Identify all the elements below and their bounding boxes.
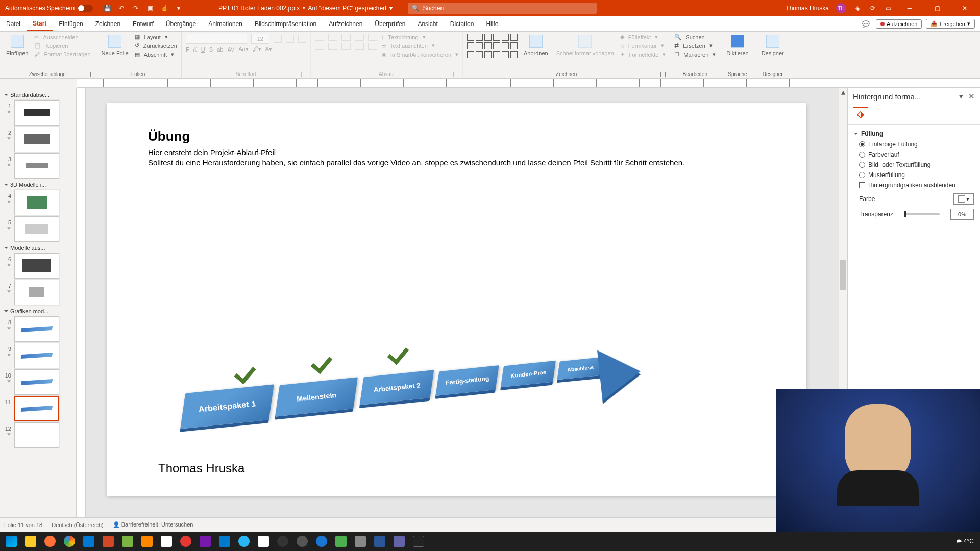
tab-einfuegen[interactable]: Einfügen — [53, 16, 89, 31]
slide-thumbnail[interactable] — [14, 100, 59, 126]
tab-uebergaenge[interactable]: Übergänge — [160, 16, 202, 31]
format-painter-button[interactable]: 🖌 Format übertragen — [34, 51, 90, 57]
search-input[interactable] — [423, 5, 593, 12]
slide-text-2[interactable]: Solltest du eine Herausforderung haben, … — [148, 158, 684, 167]
document-title[interactable]: PPT 01 Roter Faden 002.pptx • Auf "diese… — [218, 5, 393, 12]
select-button[interactable]: ☐ Markieren ▾ — [674, 51, 716, 58]
taskbar-app[interactable] — [409, 533, 428, 549]
text-direction-button[interactable]: ↕ Textrichtung ▾ — [381, 34, 458, 40]
share-button[interactable]: 📤Freigeben▾ — [926, 19, 975, 29]
undo-icon[interactable]: ↶ — [117, 4, 126, 12]
slide-text-1[interactable]: Hier entsteht dein Projekt-Ablauf-Pfeil — [148, 148, 276, 157]
fill-pattern-radio[interactable]: Musterfüllung — [854, 170, 974, 180]
reset-button[interactable]: ↺ Zurücksetzen — [135, 42, 177, 49]
italic-button[interactable]: K — [193, 46, 197, 53]
quickstyles-button[interactable]: Schnellformat-vorlagen — [554, 34, 616, 57]
taskbar-app[interactable] — [312, 533, 331, 549]
clear-format-icon[interactable] — [298, 35, 306, 43]
designer-button[interactable]: Designer — [760, 34, 786, 57]
transparency-value[interactable]: 0% — [950, 209, 974, 220]
taskbar-app[interactable] — [157, 533, 176, 549]
maximize-button[interactable]: ▢ — [927, 0, 947, 16]
dialog-launcher-icon[interactable] — [301, 72, 306, 77]
tab-bildschirmpraesentation[interactable]: Bildschirmpräsentation — [249, 16, 323, 31]
shape-outline-button[interactable]: ◇ Formkontur ▾ — [620, 42, 666, 49]
taskbar-outlook[interactable] — [80, 533, 98, 549]
section-header[interactable]: 3D Modelle i... — [3, 180, 73, 189]
taskbar-app[interactable] — [177, 533, 195, 549]
align-left-icon[interactable] — [315, 43, 324, 50]
user-avatar[interactable]: TH — [836, 3, 846, 13]
language-indicator[interactable]: Deutsch (Österreich) — [52, 522, 103, 528]
taskbar-app[interactable] — [254, 533, 273, 549]
bullets-icon[interactable] — [315, 34, 324, 41]
taskbar-app[interactable] — [118, 533, 137, 549]
section-header[interactable]: Grafiken mod... — [3, 306, 73, 315]
spacing-button[interactable]: AV — [227, 46, 234, 53]
slide-thumbnail[interactable] — [14, 190, 59, 215]
fill-section-header[interactable]: Füllung — [854, 128, 974, 139]
decrease-indent-icon[interactable] — [341, 34, 351, 41]
save-icon[interactable]: 💾 — [103, 4, 111, 12]
find-button[interactable]: 🔍 Suchen — [674, 34, 704, 40]
toggle-switch[interactable] — [78, 5, 93, 12]
arrow-segment[interactable]: Fertig-stellung — [435, 365, 499, 396]
project-arrow-graphic[interactable]: Arbeitspaket 1 Meilenstein Arbeitspaket … — [184, 353, 643, 465]
numbering-icon[interactable] — [328, 34, 337, 41]
cut-button[interactable]: ✂ Ausschneiden — [34, 34, 90, 40]
color-picker-button[interactable]: ▾ — [953, 193, 974, 205]
font-family-input[interactable] — [186, 34, 247, 44]
section-header[interactable]: Modelle aus... — [3, 243, 73, 252]
new-slide-button[interactable]: Neue Folie — [100, 34, 131, 57]
slide-title[interactable]: Übung — [148, 129, 190, 144]
fill-solid-radio[interactable]: Einfarbige Füllung — [854, 139, 974, 149]
weather-widget[interactable]: 🌧 4°C — [956, 538, 974, 545]
slide-counter[interactable]: Folie 11 von 18 — [4, 522, 42, 528]
start-button[interactable] — [2, 533, 20, 549]
fill-tab-icon[interactable] — [853, 107, 868, 122]
columns-icon[interactable] — [368, 43, 377, 50]
decrease-font-icon[interactable] — [286, 35, 294, 43]
section-header[interactable]: Standardabsc... — [3, 90, 73, 99]
pane-options-icon[interactable]: ▾ — [959, 92, 963, 101]
taskbar-word[interactable] — [371, 533, 389, 549]
slide[interactable]: Übung Hier entsteht dein Projekt-Ablauf-… — [107, 103, 806, 496]
scroll-up-icon[interactable]: ▴ — [839, 88, 847, 96]
tab-ansicht[interactable]: Ansicht — [411, 16, 444, 31]
slide-thumbnail[interactable] — [14, 280, 59, 305]
layout-button[interactable]: ▦ Layout ▾ — [135, 34, 177, 40]
tab-aufzeichnen[interactable]: Aufzeichnen — [323, 16, 369, 31]
slide-thumbnail[interactable] — [14, 343, 59, 368]
arrow-segment[interactable]: Arbeitspaket 2 — [360, 370, 434, 405]
comments-icon[interactable]: 💬 — [860, 18, 872, 30]
case-button[interactable]: Aa▾ — [238, 46, 248, 53]
fill-gradient-radio[interactable]: Farbverlauf — [854, 149, 974, 160]
slide-thumbnail[interactable] — [14, 153, 59, 179]
present-icon[interactable]: ▣ — [146, 4, 154, 12]
tab-start[interactable]: Start — [27, 16, 53, 31]
font-size-input[interactable]: 12 — [251, 34, 270, 44]
shapes-gallery[interactable] — [467, 34, 518, 58]
smartart-button[interactable]: ▣ In SmartArt konvertieren ▾ — [381, 51, 458, 58]
record-button[interactable]: Aufzeichnen — [876, 19, 922, 29]
increase-font-icon[interactable] — [274, 35, 282, 43]
taskbar-firefox[interactable] — [41, 533, 59, 549]
shape-effects-button[interactable]: ✦ Formeffekte ▾ — [620, 51, 666, 58]
highlight-button[interactable]: 🖍▾ — [253, 46, 261, 53]
dialog-launcher-icon[interactable] — [86, 72, 91, 77]
dialog-launcher-icon[interactable] — [660, 72, 666, 77]
align-right-icon[interactable] — [341, 43, 351, 50]
font-color-button[interactable]: A▾ — [265, 46, 272, 53]
pane-close-icon[interactable]: ✕ — [968, 92, 975, 101]
taskbar-teams[interactable] — [390, 533, 408, 549]
transparency-slider[interactable] — [904, 213, 940, 215]
slide-thumbnail[interactable] — [14, 316, 59, 342]
tab-zeichnen[interactable]: Zeichnen — [89, 16, 127, 31]
tab-animationen[interactable]: Animationen — [202, 16, 249, 31]
qat-more-icon[interactable]: ▾ — [175, 4, 183, 12]
taskbar-telegram[interactable] — [235, 533, 253, 549]
tab-hilfe[interactable]: Hilfe — [480, 16, 504, 31]
line-spacing-icon[interactable] — [368, 34, 377, 41]
paste-button[interactable]: Einfügen — [4, 34, 30, 57]
arrow-segment[interactable]: Abschluss — [557, 357, 604, 380]
